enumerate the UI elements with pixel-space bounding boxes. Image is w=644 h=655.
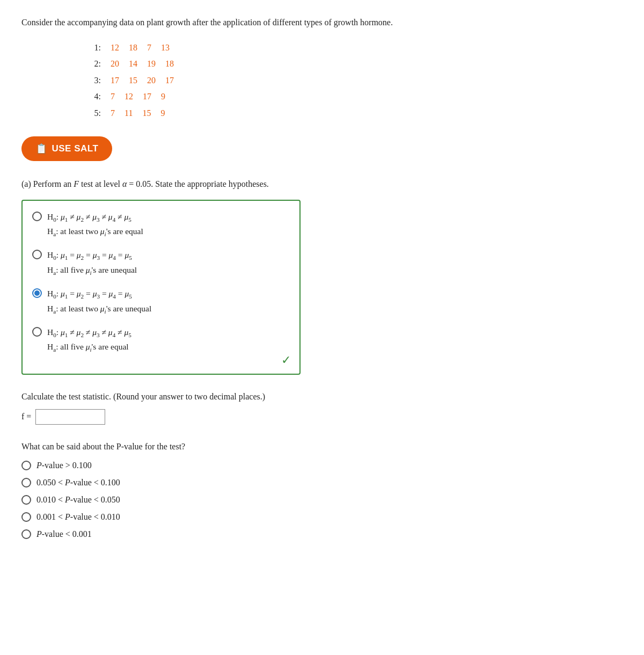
pvalue-question: What can be said about the P-value for t… [21, 440, 623, 454]
pvalue-option-1: P-value > 0.100 [21, 461, 623, 470]
salt-button-label: USE SALT [52, 143, 99, 154]
pvalue-radio-4[interactable] [21, 512, 31, 522]
cell-value: 11 [125, 105, 133, 121]
hypothesis-radio-1[interactable] [32, 212, 42, 221]
hypothesis-radio-3[interactable] [32, 288, 42, 298]
pvalue-section: What can be said about the P-value for t… [21, 440, 623, 540]
pvalue-option-4: 0.001 < P-value < 0.010 [21, 512, 623, 522]
hypothesis-option-2: H0: μ1 = μ2 = μ3 = μ4 = μ5Ha: all five μ… [32, 249, 288, 278]
pvalue-radio-2[interactable] [21, 478, 31, 487]
h0-text-2: H0: μ1 = μ2 = μ3 = μ4 = μ5 [47, 249, 132, 263]
pvalue-radio-5[interactable] [21, 529, 31, 539]
table-row: 4:712179 [86, 89, 623, 105]
pvalue-radio-1[interactable] [21, 461, 31, 470]
ha-text-2: Ha: all five μi's are unequal [47, 264, 288, 278]
pvalue-option-label-3: 0.010 < P-value < 0.050 [36, 495, 120, 505]
data-table: 1:12187132:201419183:171520174:7121795:7… [86, 40, 623, 121]
h0-text-4: H0: μ1 ≠ μ2 ≠ μ3 ≠ μ4 ≠ μ5 [47, 326, 131, 340]
row-label: 5: [86, 105, 101, 121]
row-label: 1: [86, 40, 101, 56]
row-values: 17152017 [111, 72, 174, 89]
section-a-label: (a) Perform an F test at level α = 0.05.… [21, 177, 623, 191]
cell-value: 15 [142, 105, 151, 121]
pvalue-option-label-1: P-value > 0.100 [36, 461, 92, 470]
cell-value: 9 [160, 105, 165, 121]
pvalue-radio-3[interactable] [21, 495, 31, 505]
hypothesis-option-1: H0: μ1 ≠ μ2 ≠ μ3 ≠ μ4 ≠ μ5Ha: at least t… [32, 210, 288, 239]
f-equals-label: f = [21, 412, 31, 421]
cell-value: 19 [147, 56, 156, 72]
row-values: 712179 [111, 89, 165, 105]
correct-checkmark: ✓ [281, 353, 291, 367]
table-row: 2:20141918 [86, 56, 623, 72]
cell-value: 12 [125, 89, 133, 105]
cell-value: 18 [129, 40, 137, 56]
ha-text-1: Ha: at least two μi's are equal [47, 225, 288, 239]
cell-value: 7 [111, 89, 115, 105]
cell-value: 15 [129, 72, 137, 89]
hypothesis-radio-2[interactable] [32, 250, 42, 259]
calculate-label: Calculate the test statistic. (Round you… [21, 390, 623, 404]
row-label: 4: [86, 89, 101, 105]
table-row: 1:1218713 [86, 40, 623, 56]
hypothesis-option-4: H0: μ1 ≠ μ2 ≠ μ3 ≠ μ4 ≠ μ5Ha: all five μ… [32, 326, 288, 355]
row-label: 2: [86, 56, 101, 72]
cell-value: 12 [111, 40, 119, 56]
use-salt-button[interactable]: 📋 USE SALT [21, 136, 112, 161]
intro-text: Consider the accompanying data on plant … [21, 16, 623, 29]
pvalue-option-label-2: 0.050 < P-value < 0.100 [36, 478, 120, 487]
ha-text-3: Ha: at least two μi's are unequal [47, 302, 288, 316]
cell-value: 13 [161, 40, 170, 56]
cell-value: 9 [161, 89, 165, 105]
hypothesis-box: H0: μ1 ≠ μ2 ≠ μ3 ≠ μ4 ≠ μ5Ha: at least t… [21, 200, 301, 375]
pvalue-option-label-5: P-value < 0.001 [36, 529, 92, 539]
row-label: 3: [86, 72, 101, 89]
hypothesis-option-3: H0: μ1 = μ2 = μ3 = μ4 = μ5Ha: at least t… [32, 287, 288, 316]
h0-text-1: H0: μ1 ≠ μ2 ≠ μ3 ≠ μ4 ≠ μ5 [47, 210, 131, 224]
cell-value: 14 [129, 56, 137, 72]
row-values: 1218713 [111, 40, 170, 56]
cell-value: 17 [165, 72, 174, 89]
salt-icon: 📋 [35, 143, 48, 155]
row-values: 20141918 [111, 56, 174, 72]
pvalue-option-3: 0.010 < P-value < 0.050 [21, 495, 623, 505]
cell-value: 7 [147, 40, 151, 56]
ha-text-4: Ha: all five μi's are equal [47, 340, 288, 354]
table-row: 3:17152017 [86, 72, 623, 89]
row-values: 711159 [111, 105, 165, 121]
hypothesis-radio-4[interactable] [32, 327, 42, 337]
cell-value: 17 [143, 89, 151, 105]
cell-value: 20 [147, 72, 156, 89]
pvalue-option-5: P-value < 0.001 [21, 529, 623, 539]
cell-value: 18 [165, 56, 174, 72]
f-input[interactable] [35, 409, 105, 425]
cell-value: 17 [111, 72, 119, 89]
h0-text-3: H0: μ1 = μ2 = μ3 = μ4 = μ5 [47, 287, 132, 301]
table-row: 5:711159 [86, 105, 623, 121]
pvalue-option-label-4: 0.001 < P-value < 0.010 [36, 512, 120, 522]
calculate-section: Calculate the test statistic. (Round you… [21, 390, 623, 425]
cell-value: 7 [111, 105, 115, 121]
cell-value: 20 [111, 56, 119, 72]
pvalue-option-2: 0.050 < P-value < 0.100 [21, 478, 623, 487]
